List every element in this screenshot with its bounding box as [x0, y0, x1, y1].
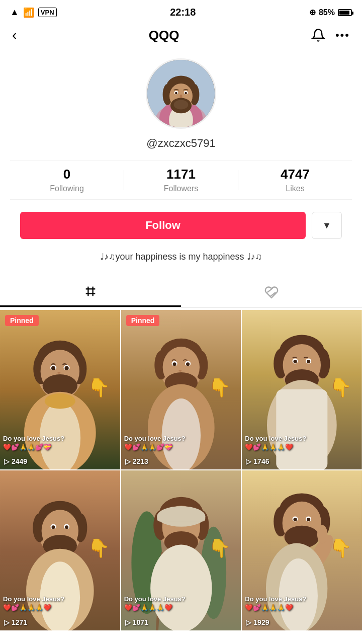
video-views: ▷ 1746	[246, 457, 269, 465]
view-count: 1929	[253, 618, 269, 626]
video-caption: Do you love Jesus?❤️💕🙏🙏🙏❤️	[3, 595, 117, 612]
following-label: Following	[50, 184, 84, 193]
finger-emoji: 👇	[208, 377, 231, 398]
pinned-badge: Pinned	[5, 315, 39, 326]
battery-percent: 85%	[319, 8, 335, 17]
svg-point-33	[65, 366, 69, 370]
vpn-badge: VPN	[38, 8, 57, 17]
finger-emoji: 👇	[87, 377, 110, 398]
play-icon: ▷	[246, 457, 251, 465]
finger-emoji: 👇	[87, 538, 110, 559]
likes-label: Likes	[286, 184, 304, 193]
svg-point-47	[186, 362, 190, 366]
status-bar: ▲ 📶 VPN 22:18 ⊕ 85%	[0, 0, 362, 22]
svg-point-92	[150, 545, 212, 630]
action-buttons: Follow ▼	[10, 212, 352, 239]
view-count: 2213	[133, 457, 148, 465]
video-views: ▷ 1071	[125, 618, 148, 626]
svg-rect-94	[157, 514, 205, 522]
video-item[interactable]: Pinned 👇 Do you love Jesus?❤️💕🙏🙏💕💝 ▷ 221…	[121, 310, 241, 469]
header: ‹ QQQ •••	[0, 22, 362, 48]
video-item[interactable]: 👇 Do you love Jesus?❤️💕🙏🙏🙏❤️ ▷ 1271	[0, 470, 120, 630]
svg-point-107	[317, 525, 327, 544]
stat-followers[interactable]: 1171 Followers	[124, 167, 238, 193]
svg-point-46	[172, 362, 176, 366]
follow-button[interactable]: Follow	[20, 212, 306, 239]
back-button[interactable]: ‹	[12, 27, 17, 43]
play-icon: ▷	[125, 457, 131, 465]
status-left: ▲ 📶 VPN	[10, 7, 57, 18]
notification-button[interactable]	[311, 28, 325, 42]
svg-point-59	[294, 360, 297, 363]
svg-point-73	[51, 526, 55, 529]
video-caption: Do you love Jesus?❤️💕🙏🙏🙏❤️	[124, 595, 238, 612]
svg-line-21	[267, 288, 273, 292]
video-views: ▷ 1929	[246, 618, 269, 626]
video-views: ▷ 2449	[4, 457, 27, 465]
finger-emoji: 👇	[329, 377, 352, 398]
avatar-image	[147, 60, 215, 127]
bio-text: ♩♪♫your happiness is my happiness ♩♪♫	[90, 251, 272, 262]
view-count: 1271	[12, 618, 27, 626]
video-item[interactable]: 👇 Do you love Jesus?❤️💕🙏🙏🙏❤️ ▷ 1746	[242, 310, 362, 469]
username: @zxczxc5791	[146, 137, 215, 150]
svg-point-16	[174, 100, 189, 109]
video-item[interactable]: 👇 Do you love Jesus?❤️💕🙏🙏🙏❤️ ▷ 1071	[121, 470, 241, 630]
svg-point-74	[65, 526, 68, 529]
followers-label: Followers	[164, 184, 198, 193]
video-grid: Pinned 👇 Do you love Jesus?❤️💕🙏🙏💕💝 ▷ 244…	[0, 310, 362, 630]
signal-icon: 📶	[23, 7, 34, 18]
location-icon: ⊕	[309, 8, 316, 17]
tab-liked[interactable]	[181, 277, 362, 307]
play-icon: ▷	[4, 457, 10, 465]
bell-icon	[311, 28, 325, 42]
more-button[interactable]: •••	[335, 29, 350, 42]
page-title: QQQ	[149, 28, 179, 43]
tabs-row	[0, 277, 362, 308]
avatar	[146, 58, 216, 129]
video-caption: Do you love Jesus?❤️💕🙏🙏💕💝	[124, 435, 238, 452]
profile-section: @zxczxc5791 0 Following 1171 Followers 4…	[0, 48, 362, 277]
svg-point-32	[51, 366, 55, 370]
svg-point-103	[294, 518, 297, 521]
play-icon: ▷	[246, 618, 251, 626]
stats-row: 0 Following 1171 Followers 4747 Likes	[10, 160, 352, 200]
stat-likes[interactable]: 4747 Likes	[238, 167, 352, 193]
svg-point-13	[175, 92, 177, 95]
status-time: 22:18	[170, 7, 196, 18]
finger-emoji: 👇	[329, 538, 352, 559]
finger-emoji: 👇	[208, 538, 231, 559]
stat-following[interactable]: 0 Following	[10, 167, 124, 193]
heart-broken-icon	[264, 285, 279, 299]
dropdown-button[interactable]: ▼	[312, 212, 342, 239]
svg-point-104	[307, 518, 310, 521]
pinned-badge: Pinned	[126, 315, 160, 326]
tab-grid[interactable]	[0, 277, 181, 307]
followers-count: 1171	[166, 167, 196, 182]
watermark: www.heijingchuhai.com	[290, 630, 358, 638]
svg-point-109	[279, 558, 318, 630]
chevron-down-icon: ▼	[322, 220, 331, 231]
following-count: 0	[63, 167, 70, 182]
header-icons: •••	[311, 28, 350, 42]
view-count: 1746	[253, 457, 269, 465]
grid-icon	[83, 284, 98, 298]
svg-rect-64	[277, 389, 328, 470]
play-icon: ▷	[4, 618, 10, 626]
view-count: 2449	[12, 457, 27, 465]
status-right: ⊕ 85%	[309, 8, 352, 17]
video-views: ▷ 1271	[4, 618, 27, 626]
play-icon: ▷	[125, 618, 131, 626]
video-caption: Do you love Jesus?❤️💕🙏🙏🙏❤️	[245, 435, 359, 452]
video-caption: Do you love Jesus?❤️💕🙏🙏💕💝	[3, 435, 117, 452]
likes-count: 4747	[281, 167, 310, 182]
video-views: ▷ 2213	[125, 457, 148, 465]
battery-icon	[338, 9, 352, 16]
svg-point-60	[307, 360, 310, 363]
svg-point-37	[45, 393, 75, 409]
wifi-icon: ▲	[10, 7, 19, 18]
svg-point-14	[185, 92, 187, 95]
video-item[interactable]: Pinned 👇 Do you love Jesus?❤️💕🙏🙏💕💝 ▷ 244…	[0, 310, 120, 469]
video-item[interactable]: 👇 Do you love Jesus?❤️💕🙏🙏🙏❤️ ▷ 1929	[242, 470, 362, 630]
view-count: 1071	[133, 618, 148, 626]
